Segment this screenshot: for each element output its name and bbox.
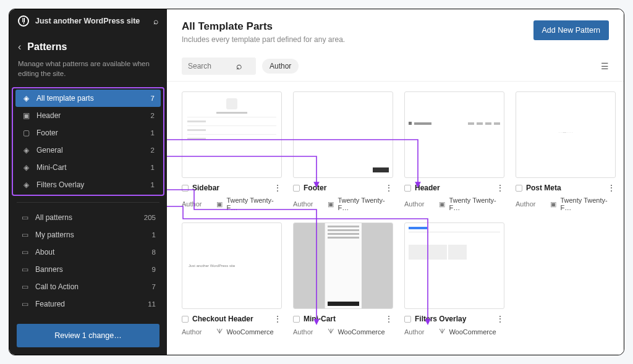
- theme-name: WooCommerce: [449, 328, 496, 336]
- nav-all-patterns[interactable]: ▭ All patterns 205: [14, 209, 162, 226]
- author-filter-chip[interactable]: Author: [262, 59, 299, 74]
- theme-name: Twenty Twenty-F…: [338, 197, 393, 211]
- woo-icon: ᗐ: [216, 328, 223, 336]
- nav-count: 11: [148, 300, 156, 308]
- toolbar: ⌕ Author ☰: [167, 51, 624, 82]
- footer-icon: ▢: [22, 129, 30, 137]
- card-title: Mini-Cart: [304, 315, 381, 323]
- theme-name: Twenty Twenty-F…: [560, 197, 616, 211]
- card-title: Sidebar: [192, 184, 270, 192]
- nav-count: 1: [151, 129, 155, 137]
- card-menu-icon[interactable]: ⋮: [496, 314, 504, 324]
- search-input[interactable]: [188, 62, 231, 70]
- template-card-checkout-header[interactable]: Just another WordPress site Checkout Hea…: [182, 222, 282, 336]
- card-title: Filters Overlay: [415, 315, 492, 323]
- nav-filters-overlay[interactable]: ◈ Filters Overlay 1: [15, 176, 161, 193]
- page-subtitle: Includes every template part defined for…: [182, 35, 533, 44]
- card-title: Checkout Header: [192, 315, 270, 323]
- nav-featured[interactable]: ▭ Featured 11: [14, 295, 162, 313]
- card-checkbox[interactable]: [293, 316, 300, 323]
- nav-count: 7: [152, 283, 156, 290]
- site-title: Just another WordPress site: [35, 17, 147, 25]
- nav-label: General: [36, 146, 145, 154]
- add-new-pattern-button[interactable]: Add New Pattern: [533, 20, 610, 40]
- main-panel: All Template Parts Includes every templa…: [167, 9, 624, 355]
- card-checkbox[interactable]: [404, 316, 411, 323]
- card-menu-icon[interactable]: ⋮: [273, 183, 282, 193]
- nav-label: Header: [36, 111, 145, 120]
- nav-my-patterns[interactable]: ▭ My patterns 1: [14, 226, 162, 243]
- folder-icon: ▭: [20, 248, 29, 256]
- author-label: Author: [182, 328, 202, 336]
- nav-all-template-parts[interactable]: ◈ All template parts 7: [15, 90, 161, 107]
- author-label: Author: [182, 200, 202, 208]
- card-thumbnail: [293, 91, 393, 178]
- review-changes-button[interactable]: Review 1 change…: [17, 324, 159, 347]
- theme-name: Twenty Twenty-F…: [449, 197, 504, 211]
- card-checkbox[interactable]: [516, 185, 522, 192]
- filter-settings-icon[interactable]: ☰: [601, 61, 609, 71]
- card-menu-icon[interactable]: ⋮: [496, 183, 504, 193]
- card-title: Footer: [304, 184, 381, 192]
- author-label: Author: [404, 328, 424, 336]
- template-card-filters-overlay[interactable]: Filters Overlay ⋮ Author ᗐ WooCommerce: [404, 222, 504, 336]
- page-title: All Template Parts: [182, 20, 533, 33]
- sidebar: Just another WordPress site ⌕ ‹ Patterns…: [9, 9, 167, 355]
- card-checkbox[interactable]: [293, 185, 300, 192]
- template-card-footer[interactable]: Footer ⋮ Author ▣ Twenty Twenty-F…: [293, 91, 393, 211]
- search-box[interactable]: ⌕: [182, 57, 256, 75]
- nav-count: 1: [151, 164, 155, 171]
- nav-about[interactable]: ▭ About 8: [14, 243, 162, 261]
- theme-name: WooCommerce: [226, 328, 273, 336]
- folder-icon: ▭: [20, 231, 29, 239]
- author-label: Author: [293, 328, 313, 336]
- card-thumbnail: Just another WordPress site: [182, 222, 282, 309]
- search-toggle-icon[interactable]: ⌕: [153, 16, 158, 26]
- card-thumbnail: · · — · · ·: [516, 91, 616, 178]
- card-menu-icon[interactable]: ⋮: [273, 314, 282, 324]
- nav-header[interactable]: ▣ Header 2: [15, 107, 161, 124]
- search-icon: ⌕: [236, 61, 242, 72]
- folder-icon: ▭: [20, 282, 29, 291]
- template-card-post-meta[interactable]: · · — · · · Post Meta ⋮ Author ▣ Twenty …: [516, 91, 616, 211]
- card-title: Post Meta: [526, 184, 603, 192]
- header-icon: ▣: [22, 111, 30, 120]
- nav-footer[interactable]: ▢ Footer 1: [15, 124, 161, 142]
- template-grid: Sidebar ⋮ Author ▣ Twenty Twenty-F…: [167, 82, 624, 355]
- nav-mini-cart[interactable]: ◈ Mini-Cart 1: [15, 159, 161, 176]
- template-card-sidebar[interactable]: Sidebar ⋮ Author ▣ Twenty Twenty-F…: [182, 91, 282, 211]
- wordpress-logo-icon[interactable]: [18, 15, 29, 27]
- folder-icon: ▭: [20, 265, 29, 274]
- back-chevron-icon[interactable]: ‹: [18, 41, 21, 53]
- card-menu-icon[interactable]: ⋮: [384, 314, 393, 324]
- diamond-icon: ◈: [22, 180, 30, 189]
- woo-icon: ᗐ: [439, 328, 445, 336]
- nav-label: All patterns: [35, 213, 138, 222]
- card-menu-icon[interactable]: ⋮: [384, 183, 393, 193]
- woo-icon: ᗐ: [328, 328, 334, 336]
- grid-row: Just another WordPress site Checkout Hea…: [182, 222, 609, 336]
- theme-icon: ▣: [439, 200, 445, 208]
- template-card-header[interactable]: Header ⋮ Author ▣ Twenty Twenty-F…: [404, 91, 504, 211]
- nav-count: 1: [152, 231, 156, 239]
- main-header: All Template Parts Includes every templa…: [167, 9, 624, 51]
- template-card-mini-cart[interactable]: Mini-Cart ⋮ Author ᗐ WooCommerce: [293, 222, 393, 336]
- card-checkbox[interactable]: [182, 316, 189, 323]
- card-thumbnail: [404, 91, 504, 178]
- nav-general[interactable]: ◈ General 2: [15, 142, 161, 159]
- card-thumbnail: [293, 222, 393, 309]
- grid-row: Sidebar ⋮ Author ▣ Twenty Twenty-F…: [182, 91, 609, 211]
- card-checkbox[interactable]: [404, 185, 411, 192]
- nav-banners[interactable]: ▭ Banners 9: [14, 261, 162, 278]
- sidebar-topbar: Just another WordPress site ⌕: [9, 9, 167, 33]
- card-menu-icon[interactable]: ⋮: [607, 183, 616, 193]
- nav-count: 205: [144, 214, 156, 221]
- nav-label: My patterns: [35, 231, 146, 239]
- nav-count: 2: [151, 112, 155, 119]
- nav-label: Filters Overlay: [36, 180, 145, 189]
- nav-divider: [17, 202, 159, 203]
- nav-count: 9: [152, 266, 156, 273]
- nav-count: 2: [151, 146, 155, 154]
- nav-call-to-action[interactable]: ▭ Call to Action 7: [14, 278, 162, 295]
- card-checkbox[interactable]: [182, 185, 189, 192]
